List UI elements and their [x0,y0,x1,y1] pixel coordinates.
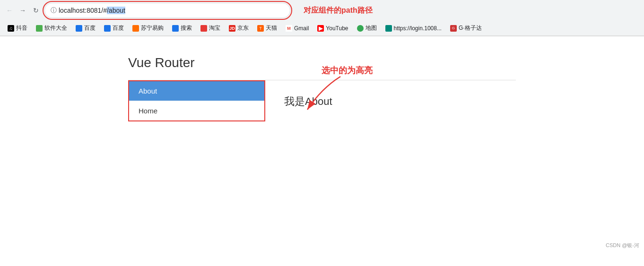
nav-item-home[interactable]: Home [129,101,264,120]
lock-icon: ⓘ [51,6,57,15]
browser-chrome: ← → ↻ ⓘ localhost:8081/#/about 对应组件的path… [0,0,644,36]
bookmark-tmall[interactable]: T 天猫 [253,23,281,34]
suning-icon [132,25,139,32]
bookmark-baidu1[interactable]: 百度 [72,23,99,34]
douyin-icon: ♫ [8,25,14,32]
map-icon [357,25,364,32]
gmail-icon: M [286,25,292,32]
jd-icon: JD [229,25,235,32]
refresh-button[interactable]: ↻ [31,6,41,15]
browser-toolbar: ← → ↻ ⓘ localhost:8081/#/about 对应组件的path… [0,0,644,21]
bookmark-login-label: https://login.1008... [394,25,442,32]
bookmarks-bar: ♫ 抖音 软件大全 百度 百度 苏宁易购 搜索 [0,21,644,36]
bookmark-tmall-label: 天猫 [266,24,277,32]
bookmark-software-label: 软件大全 [44,24,67,32]
app-title: Vue Router [128,55,516,70]
bookmark-taobao[interactable]: 淘宝 [197,23,224,34]
router-view: 我是About [284,80,332,121]
software-icon [36,25,43,32]
bookmark-taobao-label: 淘宝 [209,24,220,32]
nav-item-about[interactable]: About [129,81,264,101]
bookmark-login[interactable]: https://login.1008... [382,24,445,33]
bookmark-gmail-label: Gmail [294,25,309,32]
bookmark-suning[interactable]: 苏宁易购 [129,23,167,34]
bookmark-suning-label: 苏宁易购 [141,24,164,32]
csdn-watermark: CSDN @银-河 [606,242,639,249]
url-annotation: 对应组件的path路径 [304,6,373,16]
bookmark-douyin[interactable]: ♫ 抖音 [4,23,31,34]
login-icon [385,25,392,32]
bookmark-baidu2-label: 百度 [113,24,124,32]
nav-list: About Home [128,80,265,121]
forward-button[interactable]: → [18,6,27,15]
baidu2-icon [104,25,111,32]
address-bar-text: localhost:8081/#/about [59,7,284,14]
content-layout: About Home 我是About [128,80,516,121]
bookmark-gezi[interactable]: G G·格子达 [446,23,486,34]
bookmark-map-label: 地图 [366,24,377,32]
bookmark-search[interactable]: 搜索 [168,23,196,34]
bookmark-gezi-label: G·格子达 [459,24,482,32]
baidu1-icon [76,25,82,32]
gezi-icon: G [450,25,457,32]
bookmark-search-label: 搜索 [181,24,192,32]
app-container: Vue Router About Home 我是About [109,46,535,131]
search-bm-icon [172,25,179,32]
bookmark-youtube[interactable]: ▶ YouTube [313,24,352,33]
bookmark-youtube-label: YouTube [326,25,348,32]
bookmark-software[interactable]: 软件大全 [32,23,71,34]
address-bar[interactable]: ⓘ localhost:8081/#/about [44,3,290,18]
bookmark-douyin-label: 抖音 [16,24,27,32]
bookmark-jd[interactable]: JD 京东 [225,23,252,34]
youtube-icon: ▶ [317,25,324,32]
bookmark-jd-label: 京东 [237,24,249,32]
taobao-icon [200,25,207,32]
bookmark-baidu1-label: 百度 [84,24,96,32]
tmall-icon: T [257,25,264,32]
main-content: Vue Router About Home 我是About 选中的为高亮 [0,36,644,254]
bookmark-gmail[interactable]: M Gmail [282,24,313,33]
bookmark-map[interactable]: 地图 [353,23,381,34]
router-view-text: 我是About [284,95,332,107]
bookmark-baidu2[interactable]: 百度 [100,23,128,34]
back-button[interactable]: ← [5,6,14,15]
